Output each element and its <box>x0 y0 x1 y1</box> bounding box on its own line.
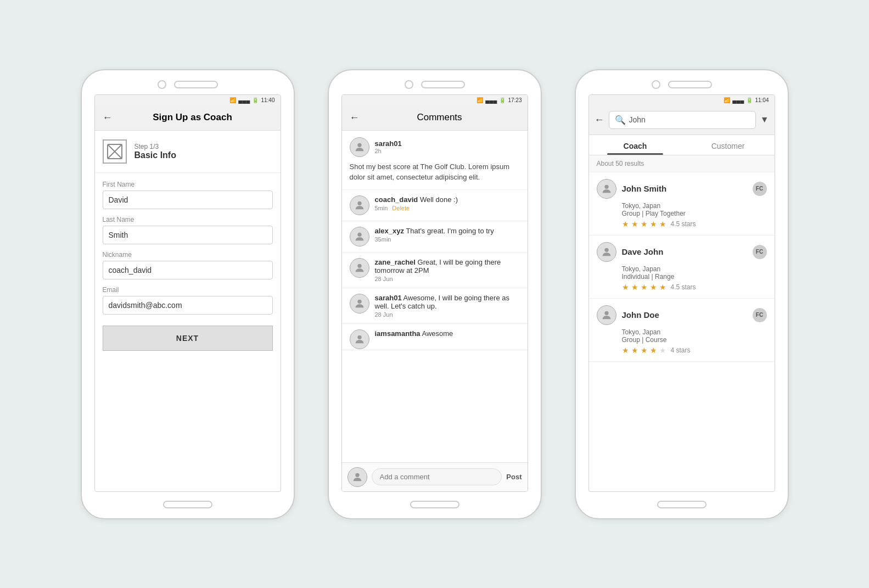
search-input[interactable]: John <box>629 115 750 124</box>
star-3-2: ★ <box>631 346 638 355</box>
coach-type-3: Group | Course <box>597 336 767 344</box>
phone-3-screen: 📶 ▄▄▄ 🔋 11:04 ← 🔍 John ▼ Coach Customer <box>588 94 775 492</box>
step-icon <box>103 139 127 164</box>
lastname-label: Last Name <box>103 216 273 223</box>
comment-input-bar: Post <box>342 462 528 491</box>
coach-location-1: Tokyo, Japan <box>597 202 767 210</box>
star-3-4: ★ <box>650 346 657 355</box>
comment-avatar-4 <box>350 294 369 313</box>
star-2-1: ★ <box>622 283 629 292</box>
comment-meta-3: 28 Jun <box>375 276 520 282</box>
phone-2-top <box>405 80 465 89</box>
status-bar-2: 📶 ▄▄▄ 🔋 17:23 <box>342 95 528 105</box>
signal-icon-3: ▄▄▄ <box>732 97 744 103</box>
firstname-input[interactable] <box>103 191 273 209</box>
comment-text-4: sarah01 Awesome, I will be going there a… <box>375 294 520 310</box>
fc-badge-3: FC <box>753 308 767 322</box>
coach-location-3: Tokyo, Japan <box>597 328 767 336</box>
coach-name-1: John Smith <box>622 184 747 193</box>
back-button-1[interactable]: ← <box>103 112 113 124</box>
firstname-label: First Name <box>103 181 273 188</box>
comment-meta-4: 28 Jun <box>375 311 520 318</box>
filter-icon[interactable]: ▼ <box>760 115 769 125</box>
comment-item-2: alex_xyz That's great. I'm going to try … <box>342 221 528 253</box>
status-icons-3: 📶 ▄▄▄ 🔋 11:04 <box>724 97 769 103</box>
results-count: About 50 results <box>589 155 775 172</box>
star-2-2: ★ <box>631 283 638 292</box>
star-1-4: ★ <box>650 220 657 228</box>
comments-title: Comments <box>360 112 520 123</box>
stars-row-2: ★ ★ ★ ★ ★ 4.5 stars <box>597 283 767 292</box>
wifi-icon-3: 📶 <box>724 97 730 103</box>
stars-label-2: 4.5 stars <box>671 283 696 291</box>
coach-location-2: Tokyo, Japan <box>597 265 767 273</box>
camera-icon-2 <box>405 80 413 89</box>
nickname-label: Nickname <box>103 251 273 259</box>
comment-header-2: alex_xyz That's great. I'm going to try … <box>350 227 520 247</box>
star-3-1: ★ <box>622 346 629 355</box>
phone-1-screen: 📶 ▄▄▄ 🔋 11:40 ← Sign Up as Coach Step 1/… <box>94 94 281 492</box>
coach-name-2: Dave John <box>622 247 747 256</box>
phone-2-home <box>410 501 459 508</box>
comment-item-3: zane_rachel Great, I will be going there… <box>342 253 528 288</box>
coach-card-2[interactable]: Dave John FC Tokyo, Japan Individual | R… <box>589 236 775 299</box>
comment-header-4: sarah01 Awesome, I will be going there a… <box>350 294 520 318</box>
comment-time-2: 35min <box>375 236 391 243</box>
wifi-icon: 📶 <box>229 97 236 103</box>
post-username: sarah01 <box>375 139 402 148</box>
comment-header-3: zane_rachel Great, I will be going there… <box>350 258 520 282</box>
star-1-5: ★ <box>659 220 666 228</box>
delete-button-1[interactable]: Delete <box>392 205 410 211</box>
phone-1: 📶 ▄▄▄ 🔋 11:40 ← Sign Up as Coach Step 1/… <box>81 69 295 519</box>
svg-point-11 <box>604 248 608 251</box>
next-button[interactable]: NEXT <box>103 326 273 351</box>
coach-card-3[interactable]: John Doe FC Tokyo, Japan Group | Course … <box>589 299 775 362</box>
back-button-2[interactable]: ← <box>350 112 360 124</box>
comments-header: ← Comments <box>342 105 528 131</box>
comment-time-1: 5min <box>375 205 388 211</box>
comment-input-field[interactable] <box>372 468 502 485</box>
tab-coach[interactable]: Coach <box>589 135 682 155</box>
speaker-3 <box>668 81 712 88</box>
email-input[interactable] <box>103 296 273 315</box>
wifi-icon-2: 📶 <box>476 97 483 103</box>
star-3-3: ★ <box>641 346 648 355</box>
comment-text-3: zane_rachel Great, I will be going there… <box>375 258 520 275</box>
post-text: Shot my best score at The Golf Club. Lor… <box>350 161 520 183</box>
status-time-3: 11:04 <box>755 97 769 103</box>
coach-avatar-2 <box>597 242 616 262</box>
coach-avatar-1 <box>597 179 616 199</box>
search-icon: 🔍 <box>615 115 626 125</box>
status-time-2: 17:23 <box>508 97 522 103</box>
tab-customer[interactable]: Customer <box>682 135 775 155</box>
battery-icon: 🔋 <box>252 97 259 103</box>
coach-type-2: Individual | Range <box>597 273 767 281</box>
coach-card-1[interactable]: John Smith FC Tokyo, Japan Group | Play … <box>589 172 775 236</box>
comment-item-4: sarah01 Awesome, I will be going there a… <box>342 288 528 324</box>
status-time-1: 11:40 <box>261 97 274 103</box>
star-1-3: ★ <box>641 220 648 228</box>
battery-icon-2: 🔋 <box>499 97 506 103</box>
back-button-3[interactable]: ← <box>595 114 604 126</box>
email-label: Email <box>103 286 273 294</box>
svg-point-9 <box>355 473 359 477</box>
stars-label-1: 4.5 stars <box>671 220 696 228</box>
search-box[interactable]: 🔍 John <box>609 111 756 129</box>
phone-1-top <box>158 80 218 89</box>
comment-body-3: zane_rachel Great, I will be going there… <box>375 258 520 282</box>
comment-meta-2: 35min <box>375 236 520 243</box>
comments-list: coach_david Well done :) 5min Delete <box>342 190 528 462</box>
comment-body-2: alex_xyz That's great. I'm going to try … <box>375 227 520 243</box>
nickname-input[interactable] <box>103 261 273 279</box>
status-bar-3: 📶 ▄▄▄ 🔋 11:04 <box>589 95 775 105</box>
star-2-3: ★ <box>641 283 648 292</box>
post-button[interactable]: Post <box>506 473 522 481</box>
signup-header: ← Sign Up as Coach <box>95 105 281 131</box>
comment-body-1: coach_david Well done :) 5min Delete <box>375 195 520 211</box>
svg-point-4 <box>357 201 361 205</box>
star-3-5: ★ <box>659 346 666 355</box>
comment-item-5: iamsamantha Awesome <box>342 324 528 350</box>
lastname-input[interactable] <box>103 226 273 244</box>
fc-badge-1: FC <box>753 182 767 196</box>
star-2-5: ★ <box>659 283 666 292</box>
